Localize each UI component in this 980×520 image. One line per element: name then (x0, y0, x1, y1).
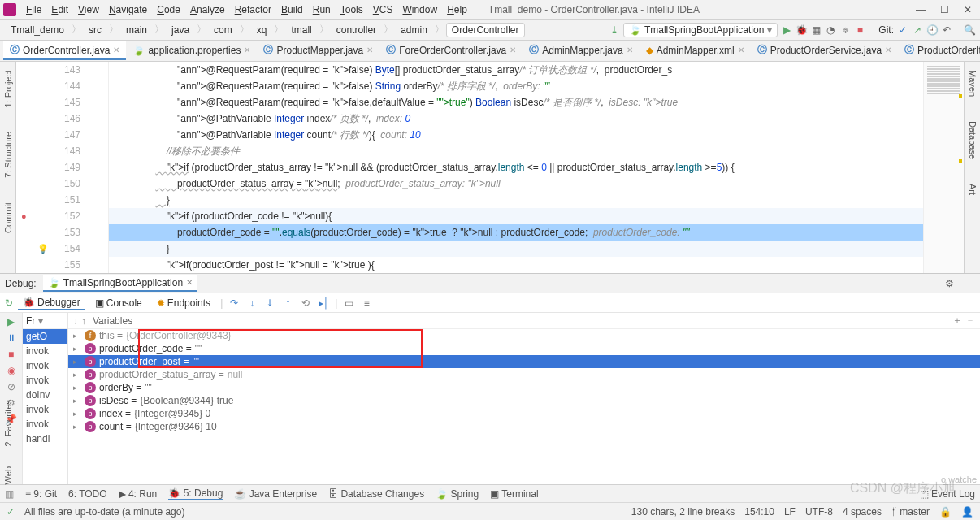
close-icon[interactable]: ✕ (627, 46, 633, 54)
status-line-sep[interactable]: LF (784, 506, 796, 518)
variable-row[interactable]: ▸pindex = {Integer@9345} 0 (68, 407, 980, 420)
menu-run[interactable]: Run (308, 1, 336, 19)
minimize-icon[interactable]: — (916, 4, 926, 15)
debug-run-tab[interactable]: 🍃 TmallSpringBootApplication ✕ (43, 275, 197, 292)
vcs-revert-icon[interactable]: ↶ (941, 24, 952, 36)
run-icon[interactable]: ▶ (781, 24, 792, 36)
add-watch-icon[interactable]: ＋ (952, 314, 962, 327)
close-icon[interactable]: ✕ (964, 4, 972, 15)
run-to-cursor-icon[interactable]: ▸│ (317, 297, 330, 309)
frame[interactable]: invok (23, 402, 67, 417)
frame[interactable]: doInv (23, 388, 67, 402)
breadcrumb-com[interactable]: com (208, 23, 238, 37)
gear-icon[interactable]: ⚙ (945, 278, 954, 289)
bottom-tab[interactable]: 🗄 Database Changes (328, 488, 424, 500)
pause-icon[interactable]: ⏸ (7, 332, 16, 344)
variable-row[interactable]: ▸pproductOrder_status_array = null (68, 368, 980, 381)
git-branch[interactable]: ᚶ master (891, 506, 930, 518)
variable-row[interactable]: ▸pisDesc = {Boolean@9344} true (68, 394, 980, 407)
down-icon[interactable]: ↓ (73, 315, 78, 327)
force-step-into-icon[interactable]: ⤓ (263, 297, 276, 309)
frame[interactable]: invok (23, 373, 67, 388)
trace-icon[interactable]: ≡ (360, 297, 373, 309)
frame[interactable]: invok (23, 344, 67, 358)
resume-icon[interactable]: ▶ (7, 316, 15, 327)
frame[interactable]: invok (23, 358, 67, 373)
status-caret[interactable]: 154:10 (744, 506, 774, 518)
tab-console[interactable]: ▣Console (90, 297, 147, 310)
menu-vcs[interactable]: VCS (368, 1, 398, 19)
menu-view[interactable]: View (73, 1, 104, 19)
variable-row[interactable]: ▸pproductOrder_code = "" (68, 342, 980, 355)
close-icon[interactable]: ✕ (510, 46, 516, 54)
menu-code[interactable]: Code (152, 1, 185, 19)
editor[interactable]: 1431441451461471481491501511521531541551… (16, 62, 964, 273)
stop-icon[interactable]: ■ (854, 24, 865, 36)
variable-row[interactable]: ▸pcount = {Integer@9346} 10 (68, 420, 980, 433)
menu-file[interactable]: File (21, 1, 46, 19)
menu-refactor[interactable]: Refactor (230, 1, 276, 19)
editor-tab[interactable]: ⒸOrderController.java✕ (3, 41, 126, 60)
frames[interactable]: Fr ▾ getOinvokinvokinvokdoInvinvokinvokh… (23, 313, 68, 484)
bottom-tab[interactable]: 6: TODO (68, 488, 107, 500)
breadcrumb-main[interactable]: main (120, 23, 153, 37)
menu-analyze[interactable]: Analyze (185, 1, 230, 19)
maximize-icon[interactable]: ☐ (940, 4, 949, 15)
vcs-history-icon[interactable]: 🕘 (926, 24, 938, 36)
editor-tab[interactable]: ⒸProductOrderService.java✕ (751, 41, 898, 60)
breadcrumb-ordercontroller[interactable]: OrderController (446, 23, 525, 37)
inspector-icon[interactable]: 👤 (961, 506, 973, 518)
window-controls[interactable]: — ☐ ✕ (911, 4, 977, 15)
minimap[interactable] (923, 62, 964, 273)
tool-structure[interactable]: 7: Structure (3, 132, 13, 178)
status-encoding[interactable]: UTF-8 (805, 506, 833, 518)
gutter[interactable]: 1431441451461471481491501511521531541551… (33, 62, 109, 273)
breadcrumb-admin[interactable]: admin (395, 23, 433, 37)
tool-database[interactable]: Database (968, 121, 978, 159)
tool-maven[interactable]: Maven (968, 70, 978, 97)
breadcrumb-tmall[interactable]: tmall (285, 23, 317, 37)
profile-icon[interactable]: ◔ (825, 24, 836, 36)
stop-icon[interactable]: ■ (8, 349, 14, 360)
close-icon[interactable]: ✕ (244, 46, 250, 54)
build-icon[interactable]: ⤓ (609, 24, 620, 36)
menu-edit[interactable]: Edit (46, 1, 73, 19)
step-out-icon[interactable]: ↑ (281, 297, 294, 309)
bottom-tab[interactable]: ▶ 4: Run (119, 488, 158, 500)
breadcrumb-tmall_demo[interactable]: Tmall_demo (5, 23, 70, 37)
menu-window[interactable]: Window (397, 1, 442, 19)
editor-tab[interactable]: ⒸForeOrderController.java✕ (379, 41, 523, 60)
frame[interactable]: getO (23, 329, 67, 344)
search-icon[interactable]: 🔍 (964, 24, 975, 36)
close-icon[interactable]: ✕ (366, 46, 373, 54)
breakpoints-icon[interactable]: ◉ (7, 365, 15, 376)
bottom-tab[interactable]: ☕ Java Enterprise (234, 488, 317, 500)
variable-row[interactable]: ▸porderBy = "" (68, 381, 980, 394)
editor-tab[interactable]: ⒸAdminMapper.java✕ (523, 41, 639, 60)
chevron-down-icon[interactable]: ▾ (767, 24, 772, 36)
debug-icon[interactable]: 🐞 (796, 24, 807, 36)
up-icon[interactable]: ↑ (81, 315, 86, 327)
bottom-tab[interactable]: ▣ Terminal (490, 488, 538, 500)
frame[interactable]: handl (23, 431, 67, 446)
menu-tools[interactable]: Tools (336, 1, 368, 19)
tab-debugger[interactable]: 🐞Debugger (18, 296, 85, 310)
attach-icon[interactable]: ⎆ (839, 24, 851, 36)
drop-frame-icon[interactable]: ⟲ (299, 297, 312, 309)
editor-tab[interactable]: 🍃application.properties✕ (126, 41, 257, 60)
breadcrumb-src[interactable]: src (83, 23, 107, 37)
variables[interactable]: ↓ ↑ Variables ＋ － ▸fthis = {OrderControl… (68, 313, 980, 484)
coverage-icon[interactable]: ▦ (810, 24, 822, 36)
close-icon[interactable]: ✕ (186, 278, 193, 287)
tool-project[interactable]: 1: Project (3, 70, 13, 107)
breadcrumb-controller[interactable]: controller (331, 23, 382, 37)
close-icon[interactable]: ✕ (738, 46, 744, 54)
chevron-down-icon[interactable]: ▾ (38, 315, 43, 327)
menu-help[interactable]: Help (442, 1, 472, 19)
mute-bp-icon[interactable]: ⊘ (7, 381, 15, 392)
variable-row[interactable]: ▸pproductOrder_post = "" (68, 355, 980, 368)
tool-commit[interactable]: Commit (3, 202, 13, 233)
tool-favorites[interactable]: 2: Favorites (3, 400, 13, 446)
menu-build[interactable]: Build (276, 1, 308, 19)
editor-tab[interactable]: ◆AdminMapper.xml✕ (640, 41, 751, 60)
